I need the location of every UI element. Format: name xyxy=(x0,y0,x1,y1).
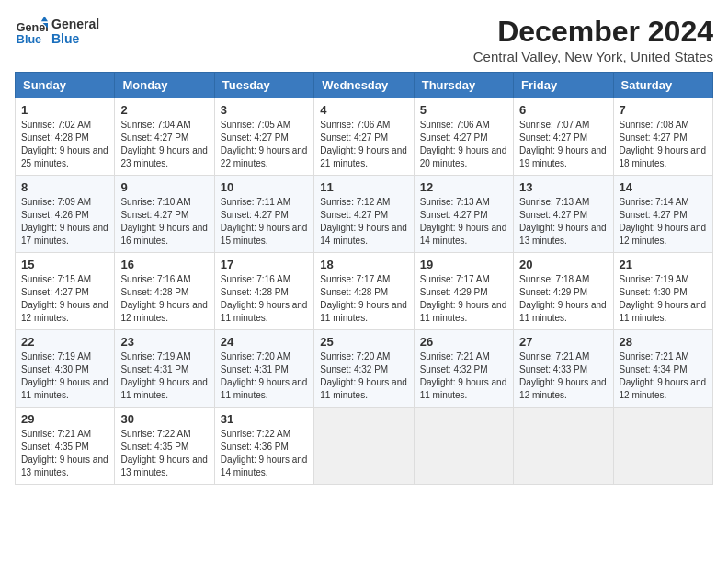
day-cell: 11 Sunrise: 7:12 AMSunset: 4:27 PMDaylig… xyxy=(314,176,414,253)
day-info: Sunrise: 7:05 AMSunset: 4:27 PMDaylight:… xyxy=(221,120,308,168)
weekday-header-thursday: Thursday xyxy=(414,73,513,98)
day-cell: 4 Sunrise: 7:06 AMSunset: 4:27 PMDayligh… xyxy=(314,98,414,176)
day-number: 28 xyxy=(620,335,707,349)
day-number: 11 xyxy=(320,180,407,194)
day-number: 12 xyxy=(420,180,507,194)
day-info: Sunrise: 7:22 AMSunset: 4:36 PMDaylight:… xyxy=(221,429,308,477)
day-cell: 26 Sunrise: 7:21 AMSunset: 4:32 PMDaylig… xyxy=(414,330,513,408)
day-number: 9 xyxy=(120,180,208,194)
day-info: Sunrise: 7:19 AMSunset: 4:30 PMDaylight:… xyxy=(21,351,108,400)
day-info: Sunrise: 7:19 AMSunset: 4:31 PMDaylight:… xyxy=(120,351,208,400)
weekday-header-friday: Friday xyxy=(514,73,613,98)
day-info: Sunrise: 7:20 AMSunset: 4:31 PMDaylight:… xyxy=(221,351,308,400)
day-info: Sunrise: 7:21 AMSunset: 4:34 PMDaylight:… xyxy=(620,351,707,400)
day-cell xyxy=(314,408,414,485)
logo-line2: Blue xyxy=(51,31,99,46)
day-cell xyxy=(414,408,513,485)
day-info: Sunrise: 7:10 AMSunset: 4:27 PMDaylight:… xyxy=(120,197,208,246)
day-number: 18 xyxy=(320,258,407,271)
day-number: 6 xyxy=(519,103,607,117)
day-number: 3 xyxy=(221,103,308,117)
day-cell: 19 Sunrise: 7:17 AMSunset: 4:29 PMDaylig… xyxy=(414,253,513,330)
day-cell: 28 Sunrise: 7:21 AMSunset: 4:34 PMDaylig… xyxy=(613,330,712,408)
day-info: Sunrise: 7:15 AMSunset: 4:27 PMDaylight:… xyxy=(21,274,108,323)
day-cell: 10 Sunrise: 7:11 AMSunset: 4:27 PMDaylig… xyxy=(214,176,313,253)
day-cell: 21 Sunrise: 7:19 AMSunset: 4:30 PMDaylig… xyxy=(613,253,712,330)
day-cell: 12 Sunrise: 7:13 AMSunset: 4:27 PMDaylig… xyxy=(414,176,513,253)
day-number: 29 xyxy=(21,412,108,426)
day-number: 30 xyxy=(120,412,208,426)
weekday-header-sunday: Sunday xyxy=(16,73,115,98)
day-number: 20 xyxy=(519,258,607,271)
day-cell: 30 Sunrise: 7:22 AMSunset: 4:35 PMDaylig… xyxy=(115,408,214,485)
day-number: 14 xyxy=(620,180,707,194)
day-number: 1 xyxy=(21,103,108,117)
day-info: Sunrise: 7:08 AMSunset: 4:27 PMDaylight:… xyxy=(620,120,707,168)
day-cell: 9 Sunrise: 7:10 AMSunset: 4:27 PMDayligh… xyxy=(115,176,214,253)
day-cell: 29 Sunrise: 7:21 AMSunset: 4:35 PMDaylig… xyxy=(16,408,115,485)
title-area: December 2024 Central Valley, New York, … xyxy=(473,15,713,64)
day-cell: 20 Sunrise: 7:18 AMSunset: 4:29 PMDaylig… xyxy=(514,253,613,330)
svg-text:Blue: Blue xyxy=(17,33,41,46)
day-cell: 13 Sunrise: 7:13 AMSunset: 4:27 PMDaylig… xyxy=(514,176,613,253)
day-cell xyxy=(514,408,613,485)
day-info: Sunrise: 7:21 AMSunset: 4:33 PMDaylight:… xyxy=(519,351,607,400)
day-number: 15 xyxy=(21,258,108,271)
week-row-3: 15 Sunrise: 7:15 AMSunset: 4:27 PMDaylig… xyxy=(16,253,713,330)
weekday-header-row: SundayMondayTuesdayWednesdayThursdayFrid… xyxy=(16,73,713,98)
day-info: Sunrise: 7:14 AMSunset: 4:27 PMDaylight:… xyxy=(620,197,707,246)
day-number: 13 xyxy=(519,180,607,194)
day-cell: 27 Sunrise: 7:21 AMSunset: 4:33 PMDaylig… xyxy=(514,330,613,408)
day-info: Sunrise: 7:17 AMSunset: 4:28 PMDaylight:… xyxy=(320,274,407,323)
day-cell: 5 Sunrise: 7:06 AMSunset: 4:27 PMDayligh… xyxy=(414,98,513,176)
day-info: Sunrise: 7:13 AMSunset: 4:27 PMDaylight:… xyxy=(519,197,607,246)
day-cell: 8 Sunrise: 7:09 AMSunset: 4:26 PMDayligh… xyxy=(16,176,115,253)
day-number: 23 xyxy=(120,335,208,349)
weekday-header-saturday: Saturday xyxy=(613,73,712,98)
day-number: 25 xyxy=(320,335,407,349)
day-info: Sunrise: 7:06 AMSunset: 4:27 PMDaylight:… xyxy=(320,120,407,168)
day-info: Sunrise: 7:13 AMSunset: 4:27 PMDaylight:… xyxy=(420,197,507,246)
day-info: Sunrise: 7:04 AMSunset: 4:27 PMDaylight:… xyxy=(120,120,208,168)
day-info: Sunrise: 7:16 AMSunset: 4:28 PMDaylight:… xyxy=(120,274,208,323)
day-number: 10 xyxy=(221,180,308,194)
day-number: 4 xyxy=(320,103,407,117)
svg-marker-2 xyxy=(41,17,48,21)
weekday-header-monday: Monday xyxy=(115,73,214,98)
day-cell: 2 Sunrise: 7:04 AMSunset: 4:27 PMDayligh… xyxy=(115,98,214,176)
day-cell: 16 Sunrise: 7:16 AMSunset: 4:28 PMDaylig… xyxy=(115,253,214,330)
day-number: 21 xyxy=(620,258,707,271)
day-info: Sunrise: 7:09 AMSunset: 4:26 PMDaylight:… xyxy=(21,197,108,246)
day-info: Sunrise: 7:21 AMSunset: 4:35 PMDaylight:… xyxy=(21,429,108,477)
day-cell: 6 Sunrise: 7:07 AMSunset: 4:27 PMDayligh… xyxy=(514,98,613,176)
day-number: 7 xyxy=(620,103,707,117)
day-cell: 23 Sunrise: 7:19 AMSunset: 4:31 PMDaylig… xyxy=(115,330,214,408)
day-info: Sunrise: 7:22 AMSunset: 4:35 PMDaylight:… xyxy=(120,429,208,477)
day-cell: 3 Sunrise: 7:05 AMSunset: 4:27 PMDayligh… xyxy=(214,98,313,176)
day-info: Sunrise: 7:19 AMSunset: 4:30 PMDaylight:… xyxy=(620,274,707,323)
calendar: SundayMondayTuesdayWednesdayThursdayFrid… xyxy=(15,72,713,485)
day-number: 19 xyxy=(420,258,507,271)
day-info: Sunrise: 7:20 AMSunset: 4:32 PMDaylight:… xyxy=(320,351,407,400)
day-cell: 31 Sunrise: 7:22 AMSunset: 4:36 PMDaylig… xyxy=(214,408,313,485)
day-info: Sunrise: 7:07 AMSunset: 4:27 PMDaylight:… xyxy=(519,120,607,168)
weekday-header-wednesday: Wednesday xyxy=(314,73,414,98)
day-number: 26 xyxy=(420,335,507,349)
logo-line1: General xyxy=(51,17,99,31)
day-number: 24 xyxy=(221,335,308,349)
week-row-2: 8 Sunrise: 7:09 AMSunset: 4:26 PMDayligh… xyxy=(16,176,713,253)
location-title: Central Valley, New York, United States xyxy=(473,49,713,64)
day-cell: 14 Sunrise: 7:14 AMSunset: 4:27 PMDaylig… xyxy=(613,176,712,253)
day-info: Sunrise: 7:12 AMSunset: 4:27 PMDaylight:… xyxy=(320,197,407,246)
week-row-5: 29 Sunrise: 7:21 AMSunset: 4:35 PMDaylig… xyxy=(16,408,713,485)
day-number: 17 xyxy=(221,258,308,271)
day-cell: 15 Sunrise: 7:15 AMSunset: 4:27 PMDaylig… xyxy=(16,253,115,330)
day-cell: 22 Sunrise: 7:19 AMSunset: 4:30 PMDaylig… xyxy=(16,330,115,408)
day-info: Sunrise: 7:18 AMSunset: 4:29 PMDaylight:… xyxy=(519,274,607,323)
week-row-1: 1 Sunrise: 7:02 AMSunset: 4:28 PMDayligh… xyxy=(16,98,713,176)
day-number: 27 xyxy=(519,335,607,349)
week-row-4: 22 Sunrise: 7:19 AMSunset: 4:30 PMDaylig… xyxy=(16,330,713,408)
logo: General Blue General Blue xyxy=(15,15,99,48)
day-number: 8 xyxy=(21,180,108,194)
day-cell: 7 Sunrise: 7:08 AMSunset: 4:27 PMDayligh… xyxy=(613,98,712,176)
